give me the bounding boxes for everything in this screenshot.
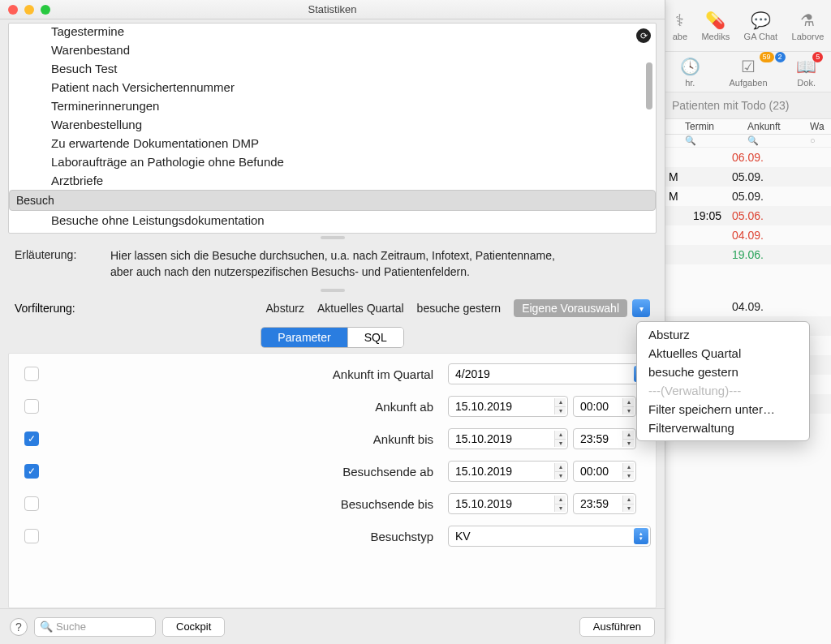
- bg-table-row[interactable]: [665, 271, 831, 277]
- list-item[interactable]: Besuche ohne Leistungsdokumentation: [9, 211, 656, 230]
- bg-sub-aufgaben[interactable]: ☑592Aufgaben: [729, 57, 767, 88]
- date-input[interactable]: 15.10.2019▴▾: [448, 461, 568, 482]
- list-item[interactable]: Warenbestand: [9, 41, 656, 59]
- execute-button[interactable]: Ausführen: [579, 617, 655, 637]
- zoom-icon[interactable]: [41, 5, 50, 15]
- bg-tool-abe[interactable]: ⚕abe: [673, 11, 687, 41]
- menu-item-verwaltung-separator: ---(Verwaltung)---: [637, 381, 809, 400]
- row-checkbox[interactable]: [24, 399, 39, 414]
- filter-eigene-vorauswahl[interactable]: Eigene Vorauswahl: [514, 299, 627, 317]
- bg-table-row[interactable]: [665, 277, 831, 284]
- clock-icon: 🕓: [680, 57, 700, 76]
- time-input[interactable]: 23:59▴▾: [573, 493, 636, 514]
- time-stepper[interactable]: ▴▾: [622, 496, 634, 512]
- filter-dropdown-button[interactable]: ▾: [632, 299, 650, 317]
- refresh-icon[interactable]: ⟳: [636, 28, 651, 43]
- badge-5: 5: [812, 52, 823, 62]
- bg-table-row[interactable]: [665, 284, 831, 290]
- bg-table-row[interactable]: 04.09.: [665, 225, 831, 245]
- close-icon[interactable]: [8, 5, 18, 15]
- titlebar[interactable]: Statistiken: [0, 0, 665, 19]
- list-item[interactable]: Warenbestellung: [9, 115, 656, 134]
- form-row: BesuchstypKV: [14, 526, 651, 547]
- menu-item-besuche-gestern[interactable]: besuche gestern: [637, 363, 809, 381]
- capsule-icon: 💊: [705, 11, 726, 30]
- time-stepper[interactable]: ▴▾: [622, 463, 634, 479]
- minimize-icon[interactable]: [24, 5, 34, 15]
- list-item[interactable]: Patient nach Versichertennummer: [9, 78, 656, 97]
- bg-tool-mediks[interactable]: 💊Mediks: [701, 11, 730, 41]
- bg-tool-labor[interactable]: ⚗Laborve: [792, 11, 825, 41]
- filter-aktuelles-quartal[interactable]: Aktuelles Quartal: [317, 302, 404, 315]
- list-item[interactable]: Terminerinnerungen: [9, 97, 656, 115]
- row-checkbox[interactable]: [24, 529, 39, 543]
- tab-sql[interactable]: SQL: [348, 328, 403, 347]
- menu-item-aktuelles-quartal[interactable]: Aktuelles Quartal: [637, 344, 809, 363]
- statistics-list-items[interactable]: TagestermineWarenbestandBesuch TestPatie…: [9, 24, 656, 233]
- row-checkbox[interactable]: ✓: [24, 431, 39, 446]
- bg-col-wa[interactable]: Wa: [807, 119, 831, 134]
- scrollbar-thumb[interactable]: [646, 62, 652, 109]
- bg-main-toolbar: ⚕abe 💊Mediks 💬GA Chat ⚗Laborve: [665, 0, 831, 52]
- help-button[interactable]: ?: [10, 618, 28, 636]
- time-input[interactable]: 00:00▴▾: [573, 396, 636, 417]
- bg-filter-ankunft[interactable]: 🔍: [744, 135, 807, 147]
- bg-table-row[interactable]: M05.09.: [665, 167, 831, 187]
- row-select[interactable]: KV: [448, 526, 651, 547]
- date-stepper[interactable]: ▴▾: [554, 496, 566, 512]
- date-stepper[interactable]: ▴▾: [554, 398, 566, 414]
- bg-sub-dok[interactable]: 📖5Dok.: [796, 57, 816, 88]
- filter-absturz[interactable]: Absturz: [266, 302, 304, 315]
- bg-table-header: Termin Ankunft Wa: [665, 119, 831, 135]
- date-input[interactable]: 15.10.2019▴▾: [448, 493, 568, 514]
- bg-table-row[interactable]: [665, 290, 831, 297]
- time-stepper[interactable]: ▴▾: [622, 431, 634, 447]
- cockpit-button[interactable]: Cockpit: [162, 617, 225, 637]
- window-title: Statistiken: [308, 3, 357, 15]
- badge-59: 59: [760, 52, 774, 62]
- date-input[interactable]: 15.10.2019▴▾: [448, 396, 568, 417]
- menu-item-filterverwaltung[interactable]: Filterverwaltung: [637, 419, 809, 437]
- explanation-label: Erläuterung:: [15, 248, 110, 280]
- row-checkbox[interactable]: ✓: [24, 464, 39, 479]
- bg-table-row[interactable]: 04.09.: [665, 297, 831, 316]
- bg-filter-wa[interactable]: ○: [807, 135, 831, 147]
- time-input[interactable]: 00:00▴▾: [573, 461, 636, 482]
- prefilter-label: Vorfilterung:: [15, 302, 110, 315]
- row-checkbox[interactable]: [24, 496, 39, 511]
- dialog-footer: ? 🔍 Suche Cockpit Ausführen: [0, 608, 665, 644]
- statistiken-dialog: Statistiken ⟳ TagestermineWarenbestandBe…: [0, 0, 665, 644]
- bg-table-row[interactable]: [665, 264, 831, 271]
- time-input[interactable]: 23:59▴▾: [573, 428, 636, 449]
- filter-besuche-gestern[interactable]: besuche gestern: [417, 302, 502, 315]
- date-stepper[interactable]: ▴▾: [554, 431, 566, 447]
- tab-parameter[interactable]: Parameter: [261, 328, 347, 347]
- bg-col-termin[interactable]: Termin: [682, 119, 744, 134]
- bg-col-ankunft[interactable]: Ankunft: [744, 119, 807, 134]
- bg-table-row[interactable]: 19.06.: [665, 245, 831, 264]
- bg-sub-hr[interactable]: 🕓hr.: [680, 57, 700, 88]
- bg-tool-gachat[interactable]: 💬GA Chat: [744, 11, 778, 41]
- list-item[interactable]: Arztbriefe: [9, 171, 656, 190]
- bg-table-row[interactable]: 06.09.: [665, 148, 831, 167]
- bg-table-row[interactable]: 19:0505.06.: [665, 206, 831, 225]
- menu-item-absturz[interactable]: Absturz: [637, 325, 809, 344]
- prefilter-row: Vorfilterung: Absturz Aktuelles Quartal …: [0, 294, 665, 322]
- date-stepper[interactable]: ▴▾: [554, 463, 566, 479]
- time-stepper[interactable]: ▴▾: [622, 398, 634, 414]
- row-checkbox[interactable]: [24, 367, 39, 381]
- footer-search-input[interactable]: 🔍 Suche: [34, 617, 156, 637]
- list-item[interactable]: Besuch: [9, 190, 656, 211]
- splitter-handle-2[interactable]: [321, 289, 345, 292]
- menu-item-filter-speichern[interactable]: Filter speichern unter…: [637, 400, 809, 419]
- explanation-row: Erläuterung: Hier lassen sich die Besuch…: [0, 242, 665, 286]
- list-item[interactable]: Tagestermine: [9, 24, 656, 41]
- list-item[interactable]: Laboraufträge an Pathologie ohne Befunde: [9, 152, 656, 171]
- list-item[interactable]: Zu erwartende Dokumentationen DMP: [9, 134, 656, 152]
- bg-table-row[interactable]: M05.09.: [665, 187, 831, 206]
- date-input[interactable]: 15.10.2019▴▾: [448, 428, 568, 449]
- list-item[interactable]: Besuch Test: [9, 59, 656, 78]
- splitter-handle[interactable]: [321, 236, 345, 239]
- bg-filter-termin[interactable]: 🔍: [682, 135, 744, 147]
- row-select[interactable]: 4/2019: [448, 363, 651, 384]
